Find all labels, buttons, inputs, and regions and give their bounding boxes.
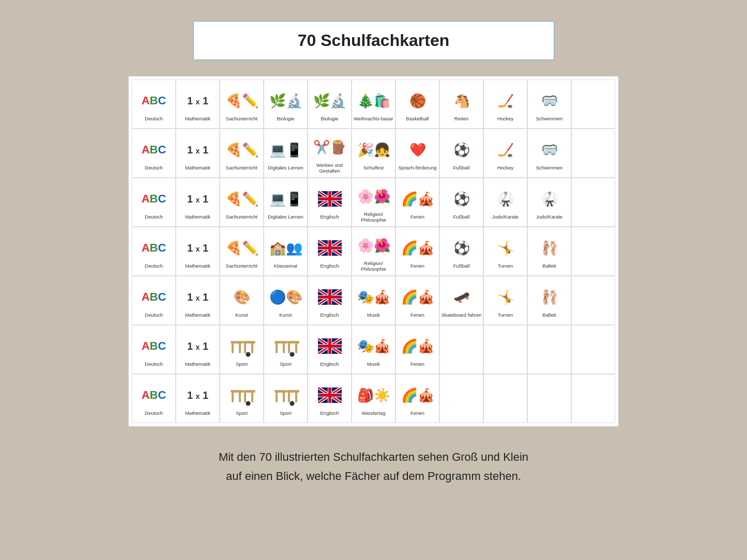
svg-rect-17 (328, 240, 331, 256)
subject-card: 🥽Schwimmen (527, 129, 571, 178)
subject-card: 🌈🎪Ferien (395, 178, 439, 227)
subject-card: 🏫👥Klassenrat (264, 227, 308, 276)
subject-card: 🩰Ballett (527, 227, 571, 276)
subject-card: ABCDeutsch (132, 276, 176, 325)
svg-rect-60 (276, 391, 278, 402)
subject-card: ⚽Fußball (439, 178, 483, 227)
subject-card: 1 x 1Mathematik (176, 178, 220, 227)
subject-card: ❤️Sprach-förderung (395, 129, 439, 178)
page-title: 70 Schulfachkarten (235, 31, 512, 50)
subject-card: 🎨Kunst (220, 276, 264, 325)
subject-card: ABCDeutsch (132, 80, 176, 129)
subject-card: 🎭🎪Musik (352, 325, 395, 374)
subject-card: ✂️🪵Werken und Gestalten (308, 129, 352, 178)
subject-card: Englisch (308, 276, 352, 325)
subject-card: Englisch (308, 374, 352, 423)
svg-rect-57 (243, 390, 255, 393)
subject-card: 🎒☀️Wandertag (352, 374, 395, 423)
subject-card: 🌈🎪Ferien (395, 276, 439, 325)
svg-rect-61 (283, 391, 285, 402)
subject-card: 💻📱Digitales Lernen (264, 129, 308, 178)
subject-card: 🌈🎪Ferien (395, 325, 439, 374)
subject-card: 🥽Schwimmen (527, 80, 571, 129)
subject-card: Englisch (308, 178, 352, 227)
svg-rect-53 (239, 391, 241, 402)
svg-rect-29 (231, 341, 243, 344)
subject-card: ABCDeutsch (132, 178, 176, 227)
svg-rect-32 (243, 341, 255, 344)
subject-card: 🍕✏️Sachunterricht (220, 178, 264, 227)
svg-rect-8 (328, 191, 331, 207)
subject-card: 🌿🔬Biologie (308, 80, 352, 129)
svg-rect-37 (275, 341, 287, 344)
subject-card: 🔵🎨Kunst (264, 276, 308, 325)
svg-rect-39 (295, 342, 297, 353)
subject-card: 💻📱Digitales Lernen (264, 178, 308, 227)
subject-card: 🌈🎪Ferien (395, 374, 439, 423)
subject-card: 1 x 1Mathematik (176, 80, 220, 129)
subject-card: 🐴Reiten (439, 80, 483, 129)
svg-rect-54 (231, 390, 243, 393)
subject-card: 🎉👧Schulfest (352, 129, 395, 178)
subject-card: 🌿🔬Biologie (264, 80, 308, 129)
subject-card: 🥋Judo/Karate (527, 178, 571, 227)
svg-rect-64 (295, 391, 297, 402)
subject-card: 1 x 1Mathematik (176, 374, 220, 423)
subject-card: Englisch (308, 227, 352, 276)
subject-card: 1 x 1Mathematik (176, 129, 220, 178)
subject-card: 🤸Turnen (483, 276, 527, 325)
subject-card: 1 x 1Mathematik (176, 276, 220, 325)
svg-rect-31 (251, 342, 253, 353)
svg-rect-30 (244, 342, 246, 353)
subject-card: 🏒Hockey (483, 80, 527, 129)
svg-rect-27 (232, 342, 234, 353)
subject-card: 🏒Hockey (483, 129, 527, 178)
svg-rect-62 (275, 390, 287, 393)
subject-card: 🎄🛍️Weihnachts-basar (352, 80, 395, 129)
svg-rect-35 (276, 342, 278, 353)
subject-card: Sport (264, 374, 308, 423)
footer-text: Mit den 70 illustrierten Schulfachkarten… (219, 447, 528, 486)
svg-rect-63 (288, 391, 290, 402)
subject-card: 🥋Judo/Karate (483, 178, 527, 227)
subject-card: ⚽Fußball (439, 227, 483, 276)
subject-card: 🌸🌺Religion/ Philosophie (352, 227, 395, 276)
subject-card: Sport (220, 325, 264, 374)
svg-rect-52 (232, 391, 234, 402)
svg-rect-76 (328, 387, 331, 403)
footer-line1: Mit den 70 illustrierten Schulfachkarten… (219, 447, 528, 466)
subject-card: 🤸Turnen (483, 227, 527, 276)
svg-rect-65 (287, 390, 299, 393)
subject-card: ABCDeutsch (132, 227, 176, 276)
subject-card: 🩰Ballett (527, 276, 571, 325)
subject-card: ABCDeutsch (132, 374, 176, 423)
subject-card: 🍕✏️Sachunterricht (220, 129, 264, 178)
card-grid: ABCDeutsch1 x 1Mathematik🍕✏️Sachunterric… (128, 76, 619, 427)
subject-card: 🌸🌺Religion/ Philosophie (352, 178, 395, 227)
subject-card: ⚽Fußball (439, 129, 483, 178)
subject-card: 1 x 1Mathematik (176, 227, 220, 276)
subject-card: ABCDeutsch (132, 325, 176, 374)
subject-card: 🍕✏️Sachunterricht (220, 227, 264, 276)
svg-rect-40 (287, 341, 299, 344)
svg-rect-51 (328, 338, 331, 354)
subject-card: Sport (264, 325, 308, 374)
svg-rect-56 (251, 391, 253, 402)
svg-rect-38 (288, 342, 290, 353)
svg-rect-28 (239, 342, 241, 353)
subject-card: 🏀Basketball (395, 80, 439, 129)
subject-card: 🍕✏️Sachunterricht (220, 80, 264, 129)
svg-rect-55 (244, 391, 246, 402)
subject-card: 🌈🎪Ferien (395, 227, 439, 276)
subject-card: ABCDeutsch (132, 129, 176, 178)
svg-rect-36 (283, 342, 285, 353)
subject-card: 🎭🎪Musik (352, 276, 395, 325)
title-box: 70 Schulfachkarten (193, 21, 555, 60)
svg-rect-26 (328, 289, 331, 305)
subject-card: Sport (220, 374, 264, 423)
subject-card: 1 x 1Mathematik (176, 325, 220, 374)
subject-card: Englisch (308, 325, 352, 374)
footer-line2: auf einen Blick, welche Fächer auf dem P… (219, 466, 528, 486)
subject-card: 🛹Skateboard fahren (439, 276, 483, 325)
